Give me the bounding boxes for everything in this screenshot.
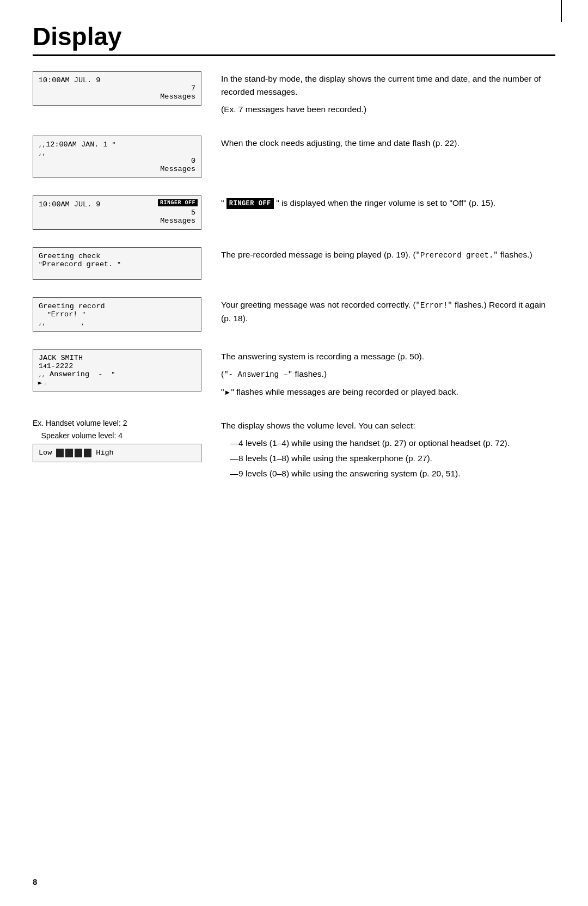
gc-code: "Prerecord greet." — [416, 251, 498, 260]
left-volume: Ex. Handset volume level: 2 Speaker volu… — [33, 418, 201, 498]
lcd-clock: ,,12:00AM JAN. 1 " ,, 0 Messages — [33, 136, 201, 178]
lcd-clock-2: ,, — [39, 149, 195, 157]
gr-desc-1: Your greeting message was not recorded c… — [221, 298, 555, 325]
left-answering: JACK SMITH 141-2222 ,, Answering - " ▶, — [33, 349, 201, 418]
page-number: 8 — [33, 877, 37, 886]
ans-code-1: "- Answering –" — [224, 370, 292, 379]
lcd-line-2: 7 — [39, 84, 195, 93]
left-ringer: RINGER OFF 10:00AM JUL. 9 5 Messages — [33, 195, 201, 247]
ans-desc-3: "►" flashes while messages are being rec… — [221, 385, 555, 399]
left-standby: 10:00AM JUL. 9 7 Messages — [33, 71, 201, 136]
clock-desc-1: When the clock needs adjusting, the time… — [221, 137, 555, 150]
volume-block-3 — [75, 449, 82, 457]
right-greeting-record: Your greeting message was not recorded c… — [221, 297, 555, 349]
lcd-ringer-2: 5 — [39, 209, 195, 217]
right-answering: The answering system is recording a mess… — [221, 349, 555, 418]
lcd-gr-3: ,, , — [39, 319, 195, 327]
volume-low-label: Low — [39, 449, 52, 457]
volume-pre-label-1: Ex. Handset volume level: 2 — [33, 418, 201, 429]
lcd-gc-2: "Prerecord greet. " — [39, 260, 195, 268]
lcd-clock-3: 0 — [39, 157, 195, 165]
right-ringer: " RINGER OFF " is displayed when the rin… — [221, 195, 555, 247]
lcd-gr-2: "Error! " — [39, 310, 195, 319]
vol-desc-1: The display shows the volume level. You … — [221, 419, 555, 432]
volume-block-1 — [56, 449, 64, 457]
corner-line — [561, 0, 562, 22]
left-clock: ,,12:00AM JAN. 1 " ,, 0 Messages — [33, 136, 201, 195]
right-greeting-check: The pre-recorded message is being played… — [221, 247, 555, 297]
lcd-greeting-check: Greeting check "Prerecord greet. " — [33, 247, 201, 280]
volume-high-label: High — [96, 449, 113, 457]
ringer-off-badge: RINGER OFF — [158, 199, 198, 206]
lcd-line-3: Messages — [39, 93, 195, 101]
lcd-ans-2: 141-2222 — [39, 362, 195, 370]
lcd-standby: 10:00AM JUL. 9 7 Messages — [33, 71, 201, 106]
volume-block-2 — [65, 449, 73, 457]
vol-option-1: 4 levels (1–4) while using the handset (… — [230, 437, 555, 450]
lcd-gr-1: Greeting record — [39, 302, 195, 310]
lcd-gc-1: Greeting check — [39, 252, 195, 260]
right-clock: When the clock needs adjusting, the time… — [221, 136, 555, 195]
content-grid: 10:00AM JUL. 9 7 Messages In the stand-b… — [33, 71, 555, 498]
lcd-clock-4: Messages — [39, 165, 195, 173]
standby-desc-2: (Ex. 7 messages have been recorded.) — [221, 103, 555, 116]
ans-desc-1: The answering system is recording a mess… — [221, 350, 555, 363]
lcd-ans-3: ,, Answering - " — [39, 370, 195, 378]
ringer-off-inline: RINGER OFF — [226, 198, 274, 210]
volume-block-4 — [84, 449, 91, 457]
vol-option-2: 8 levels (1–8) while using the speakerph… — [230, 452, 555, 465]
lcd-greeting-record: Greeting record "Error! " ,, , — [33, 297, 201, 332]
lcd-ans-1: JACK SMITH — [39, 354, 195, 362]
lcd-ringer: RINGER OFF 10:00AM JUL. 9 5 Messages — [33, 195, 201, 230]
gr-code: "Error!" — [416, 301, 452, 310]
title-divider — [33, 54, 555, 56]
right-volume: The display shows the volume level. You … — [221, 418, 555, 498]
volume-block-group — [56, 449, 91, 457]
lcd-ringer-3: Messages — [39, 217, 195, 225]
volume-options-list: 4 levels (1–4) while using the handset (… — [230, 437, 555, 480]
volume-pre-label-2: Speaker volume level: 4 — [33, 431, 201, 442]
ringer-desc-1: " RINGER OFF " is displayed when the rin… — [221, 197, 555, 210]
lcd-ans-4: ▶, — [39, 378, 195, 387]
left-greeting-record: Greeting record "Error! " ,, , — [33, 297, 201, 349]
left-greeting-check: Greeting check "Prerecord greet. " — [33, 247, 201, 297]
lcd-line-1: 10:00AM JUL. 9 — [39, 76, 195, 84]
vol-option-3: 9 levels (0–8) while using the answering… — [230, 467, 555, 480]
right-standby: In the stand-by mode, the display shows … — [221, 71, 555, 136]
lcd-clock-1: ,,12:00AM JAN. 1 " — [39, 140, 195, 149]
page-title: Display — [33, 22, 555, 51]
standby-desc-1: In the stand-by mode, the display shows … — [221, 72, 555, 99]
lcd-answering: JACK SMITH 141-2222 ,, Answering - " ▶, — [33, 349, 201, 391]
gc-desc-1: The pre-recorded message is being played… — [221, 248, 555, 262]
ans-desc-2: ("- Answering –" flashes.) — [221, 368, 555, 381]
lcd-volume: Low High — [33, 444, 201, 462]
